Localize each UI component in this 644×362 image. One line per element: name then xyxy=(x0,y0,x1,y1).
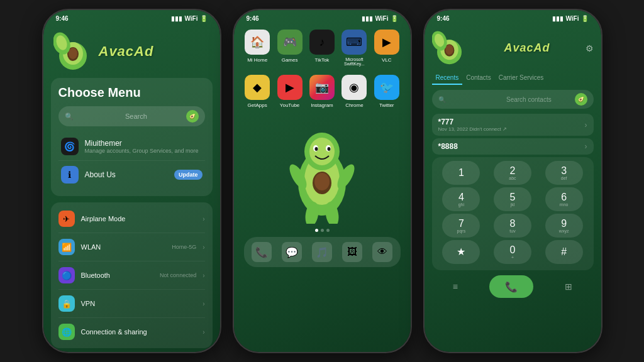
dock-phone[interactable]: 📞 xyxy=(252,242,272,262)
dialpad-icon[interactable]: ⊞ xyxy=(565,282,572,292)
wlan-item[interactable]: 📶 WLAN Home-5G › xyxy=(58,233,205,261)
menu-icon-dialer[interactable]: ≡ xyxy=(453,282,458,292)
app-tiktok[interactable]: ♪ TikTok xyxy=(308,30,336,66)
status-bar-3: 9:46 ▮▮▮ WiFi 🔋 xyxy=(425,10,601,25)
instagram-label: Instagram xyxy=(311,102,333,108)
mihome-icon: 🏠 xyxy=(245,30,270,55)
games-icon: 🎮 xyxy=(277,30,303,55)
svg-point-23 xyxy=(445,45,453,55)
avocado-header-3: AvacAd ⚙ xyxy=(425,25,601,72)
miuithemer-subtitle: Manage accounts, Group Services, and mor… xyxy=(85,148,203,154)
dialer-bottom: ≡ 📞 ⊞ xyxy=(425,273,601,300)
youtube-label: YouTube xyxy=(280,102,299,108)
call-button[interactable]: 📞 xyxy=(489,275,533,298)
bluetooth-item[interactable]: 🔵 Bluetooth Not connected › xyxy=(58,261,205,290)
brand-title-1: AvacAd xyxy=(99,43,154,60)
key-7[interactable]: 7pqrs xyxy=(442,214,480,238)
vpn-title: VPN xyxy=(81,300,197,307)
wlan-chevron: › xyxy=(203,244,204,251)
wlan-title: WLAN xyxy=(81,243,166,251)
vlc-label: VLC xyxy=(382,57,392,63)
gear-icon-3[interactable]: ⚙ xyxy=(586,43,594,53)
tab-recents[interactable]: Recents xyxy=(432,72,463,85)
phone-1: 9:46 ▮▮▮ WiFi 🔋 AvacAd xyxy=(42,9,221,353)
menu-section: Choose Menu 🔍 Search 🥑 🌀 Miuithemer Mana… xyxy=(51,78,213,196)
vlc-icon: ▶ xyxy=(374,30,399,55)
key-4[interactable]: 4ghi xyxy=(442,187,480,211)
airplane-mode-item[interactable]: ✈ Airplane Mode › xyxy=(58,205,205,233)
app-instagram[interactable]: 📷 Instagram xyxy=(308,75,336,108)
search-contacts-icon: 🔍 xyxy=(438,96,503,103)
search-bar[interactable]: 🔍 Search 🥑 xyxy=(58,106,205,126)
app-row-1: 🏠 Mi Home 🎮 Games ♪ TikTok ⌨ Microsoft S… xyxy=(242,30,403,66)
dock-security[interactable]: 👁 xyxy=(372,242,392,262)
app-twitter[interactable]: 🐦 Twitter xyxy=(372,75,401,108)
key-hash[interactable]: # xyxy=(545,240,583,264)
tiktok-icon: ♪ xyxy=(309,30,335,55)
connection-icon: 🌐 xyxy=(58,324,75,340)
key-3[interactable]: 3def xyxy=(545,161,583,185)
svg-point-15 xyxy=(328,147,331,151)
app-chrome[interactable]: ◉ Chrome xyxy=(340,75,369,108)
app-vlc[interactable]: ▶ VLC xyxy=(372,30,401,66)
miuithemer-item[interactable]: 🌀 Miuithemer Manage accounts, Group Serv… xyxy=(58,133,205,161)
app-games[interactable]: 🎮 Games xyxy=(275,30,304,66)
twitter-icon: 🐦 xyxy=(374,75,399,100)
keypad-row-3: 7pqrs 8tuv 9wxyz xyxy=(436,214,590,238)
key-0[interactable]: 0+ xyxy=(494,240,531,264)
airplane-icon: ✈ xyxy=(58,211,75,227)
dot-1 xyxy=(315,229,318,232)
instagram-icon: 📷 xyxy=(309,75,335,100)
phone-3: 9:46 ▮▮▮ WiFi 🔋 AvacAd xyxy=(423,9,602,353)
key-8[interactable]: 8tuv xyxy=(494,214,531,238)
status-icons-2: ▮▮▮ WiFi 🔋 xyxy=(362,15,397,22)
key-5[interactable]: 5jkl xyxy=(494,187,531,211)
key-1[interactable]: 1 xyxy=(442,161,480,185)
key-6[interactable]: 6mno xyxy=(545,187,583,211)
getapps-icon: ◆ xyxy=(245,75,270,100)
search-icon: 🔍 xyxy=(65,112,122,121)
tab-carrier[interactable]: Carrier Services xyxy=(495,72,548,85)
phone-2: 9:46 ▮▮▮ WiFi 🔋 🏠 Mi Home 🎮 Games ♪ xyxy=(233,9,412,353)
avocado-header-1: AvacAd xyxy=(43,25,220,78)
time-1: 9:46 xyxy=(56,15,69,22)
miuithemer-title: Miuithemer xyxy=(85,139,203,148)
connection-title: Connection & sharing xyxy=(81,328,197,336)
keypad-row-1: 1 2abc 3def xyxy=(436,161,590,185)
connection-item[interactable]: 🌐 Connection & sharing › xyxy=(58,318,205,346)
recent-8888[interactable]: *8888 › xyxy=(432,138,594,155)
dot-3 xyxy=(326,229,330,232)
key-2[interactable]: 2abc xyxy=(494,161,531,185)
recent-777[interactable]: *777 Nov 13, 2022 Didn't connect ↗ › xyxy=(432,114,594,136)
key-9[interactable]: 9wxyz xyxy=(545,214,583,238)
key-star[interactable]: ★ xyxy=(442,240,480,264)
keypad: 1 2abc 3def 4ghi 5jkl 6mno 7pqrs 8tuv 9w… xyxy=(432,157,594,270)
vpn-item[interactable]: 🔒 VPN › xyxy=(58,290,205,318)
miuithemer-text: Miuithemer Manage accounts, Group Servic… xyxy=(85,139,203,154)
twitter-label: Twitter xyxy=(379,102,394,108)
app-getapps[interactable]: ◆ GetApps xyxy=(243,75,272,108)
dock-messages[interactable]: 💬 xyxy=(282,242,302,262)
dot-2 xyxy=(321,229,324,232)
search-avocado-badge: 🥑 xyxy=(575,93,587,106)
youtube-icon: ▶ xyxy=(277,75,303,100)
tab-contacts[interactable]: Contacts xyxy=(462,72,494,85)
airplane-chevron: › xyxy=(203,216,204,222)
dock-music[interactable]: 🎵 xyxy=(312,242,332,262)
vpn-icon: 🔒 xyxy=(58,295,75,312)
svg-point-3 xyxy=(69,48,77,59)
brand-title-3: AvacAd xyxy=(504,41,550,55)
app-mihome[interactable]: 🏠 Mi Home xyxy=(243,30,272,66)
connection-chevron: › xyxy=(203,329,204,336)
update-button[interactable]: Update xyxy=(174,170,203,180)
dock-gallery[interactable]: 🖼 xyxy=(342,242,362,262)
app-youtube[interactable]: ▶ YouTube xyxy=(275,75,304,108)
status-icons-1: ▮▮▮ WiFi 🔋 xyxy=(171,15,207,22)
bluetooth-chevron: › xyxy=(203,272,204,279)
app-swiftkey[interactable]: ⌨ Microsoft SwiftKey... xyxy=(340,30,369,66)
about-us-item[interactable]: ℹ About Us Update xyxy=(58,161,205,189)
airplane-title: Airplane Mode xyxy=(81,215,197,222)
search-contacts-bar[interactable]: 🔍 Search contacts 🥑 xyxy=(432,90,594,109)
app-grid: 🏠 Mi Home 🎮 Games ♪ TikTok ⌨ Microsoft S… xyxy=(234,25,411,108)
svg-point-14 xyxy=(315,147,318,151)
